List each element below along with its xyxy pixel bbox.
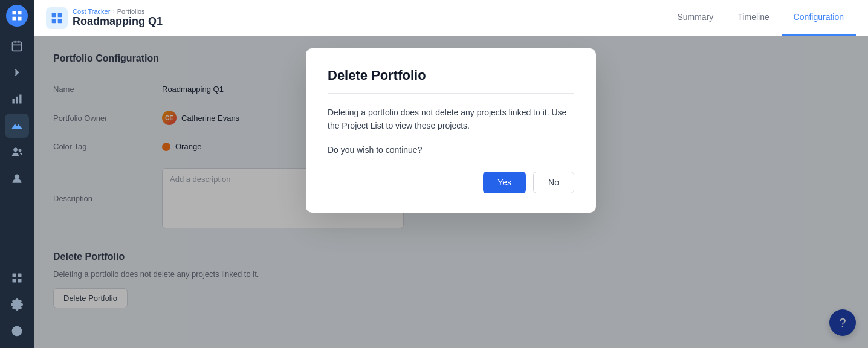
svg-point-4 <box>14 148 17 151</box>
app-icon <box>46 7 68 29</box>
svg-rect-16 <box>52 19 56 23</box>
main-wrapper: Cost Tracker › Portfolios Roadmapping Q1… <box>34 0 868 348</box>
breadcrumb-current: Portfolios <box>117 8 145 15</box>
title-group: Cost Tracker › Portfolios Roadmapping Q1 <box>73 8 163 28</box>
svg-point-5 <box>19 149 21 151</box>
tab-timeline[interactable]: Timeline <box>725 0 781 36</box>
svg-rect-2 <box>16 97 18 104</box>
page-title: Roadmapping Q1 <box>73 15 163 28</box>
modal-title: Delete Portfolio <box>328 68 574 94</box>
svg-rect-14 <box>52 13 56 17</box>
svg-point-6 <box>15 175 19 179</box>
svg-point-13 <box>17 334 18 334</box>
team-icon[interactable] <box>5 140 29 164</box>
arrow-right-icon[interactable] <box>5 60 29 85</box>
svg-rect-0 <box>13 42 22 51</box>
modal-body: Deleting a portfolio does not delete any… <box>328 106 574 133</box>
svg-rect-7 <box>13 274 16 277</box>
topbar: Cost Tracker › Portfolios Roadmapping Q1… <box>34 0 868 36</box>
chart-area-icon[interactable] <box>5 114 29 138</box>
svg-rect-8 <box>18 274 22 277</box>
settings-icon[interactable] <box>5 292 29 317</box>
svg-rect-1 <box>13 99 15 104</box>
app-logo[interactable] <box>6 5 28 27</box>
breadcrumb-link[interactable]: Cost Tracker <box>73 8 110 15</box>
svg-rect-3 <box>19 95 21 104</box>
modal-yes-button[interactable]: Yes <box>483 172 526 193</box>
tab-summary[interactable]: Summary <box>665 0 725 36</box>
modal-question: Do you wish to continue? <box>328 145 574 155</box>
topbar-left: Cost Tracker › Portfolios Roadmapping Q1 <box>46 7 665 29</box>
delete-modal: Delete Portfolio Deleting a portfolio do… <box>306 48 596 213</box>
calendar-icon[interactable] <box>5 34 29 58</box>
page-content: Portfolio Configuration Name Roadmapping… <box>34 36 868 348</box>
modal-overlay: Delete Portfolio Deleting a portfolio do… <box>34 36 868 348</box>
sidebar <box>0 0 34 348</box>
user-icon[interactable] <box>5 167 29 191</box>
modal-actions: Yes No <box>328 172 574 193</box>
breadcrumb-separator: › <box>112 8 114 15</box>
nav-tabs: Summary Timeline Configuration <box>665 0 856 36</box>
tab-configuration[interactable]: Configuration <box>782 0 856 36</box>
grid-icon[interactable] <box>5 266 29 290</box>
svg-rect-17 <box>58 19 62 23</box>
chart-bar-icon[interactable] <box>5 87 29 111</box>
modal-no-button[interactable]: No <box>533 172 574 193</box>
svg-rect-9 <box>13 279 16 283</box>
help-icon[interactable] <box>5 319 29 343</box>
svg-rect-15 <box>58 13 62 17</box>
breadcrumb: Cost Tracker › Portfolios <box>73 8 163 15</box>
svg-rect-10 <box>18 279 22 283</box>
